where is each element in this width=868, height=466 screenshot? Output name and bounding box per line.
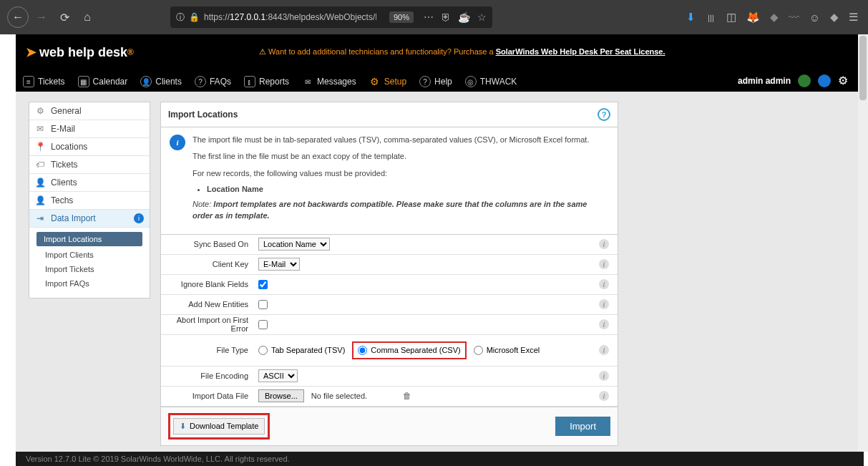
tickets-icon: ≡ (23, 76, 34, 87)
thwack-icon: ◎ (465, 76, 477, 87)
person-icon: 👤 (35, 178, 45, 188)
radio-csv-wrap[interactable]: Comma Separated (CSV) (352, 341, 466, 359)
java-icon: ☕ (458, 11, 470, 23)
nav-faqs[interactable]: ?FAQs (195, 76, 231, 87)
browse-button[interactable]: Browse... (258, 389, 304, 402)
label-addnew: Add New Entities (161, 300, 254, 309)
nav-clients[interactable]: 👤Clients (140, 76, 182, 87)
label-encoding: File Encoding (161, 372, 254, 380)
nav-help[interactable]: ?Help (419, 76, 452, 87)
sidebar-item-techs[interactable]: 👤Techs (29, 192, 150, 210)
nav-calendar[interactable]: ▦Calendar (78, 76, 128, 87)
sub-import-faqs[interactable]: Import FAQs (29, 276, 150, 291)
label-clientkey: Client Key (161, 260, 254, 268)
radio-excel[interactable] (474, 346, 483, 355)
page-scrollbar[interactable] (858, 34, 868, 452)
scrollbar-thumb[interactable] (859, 36, 867, 100)
nav-thwack[interactable]: ◎THWACK (465, 76, 517, 87)
nav-tickets[interactable]: ≡Tickets (23, 76, 65, 87)
sub-import-locations[interactable]: Import Locations (36, 232, 142, 246)
settings-sidebar: ⚙General ✉E-Mail 📍Locations 🏷Tickets 👤Cl… (29, 102, 150, 298)
sidebar-item-data-import[interactable]: ⇥Data Importi (29, 210, 150, 228)
sidebar-item-email[interactable]: ✉E-Mail (29, 120, 150, 138)
radio-tsv[interactable] (258, 346, 268, 355)
row-info-icon[interactable]: i (599, 371, 609, 381)
trash-icon[interactable]: 🗑 (403, 391, 411, 401)
help-icon: ? (419, 76, 431, 87)
radio-excel-wrap[interactable]: Microsoft Excel (474, 346, 540, 355)
checkbox-ignore-blank[interactable] (258, 280, 268, 289)
row-info-icon[interactable]: i (599, 319, 609, 329)
envelope-icon: ✉ (35, 124, 45, 134)
profile-icon[interactable]: 👤 (818, 74, 831, 87)
sidebar-item-general[interactable]: ⚙General (29, 102, 150, 120)
row-info-icon[interactable]: i (599, 299, 609, 309)
row-data-file: Import Data File Browse... No file selec… (161, 387, 618, 407)
label-abort: Abort Import on First Error (161, 316, 254, 333)
radio-tsv-wrap[interactable]: Tab Separated (TSV) (258, 346, 345, 355)
panel-help-icon[interactable]: ? (598, 108, 610, 121)
ticket-icon: 🏷 (35, 160, 45, 170)
extension-icon-1[interactable]: 🦊 (746, 11, 760, 24)
sidebar-item-tickets[interactable]: 🏷Tickets (29, 156, 150, 174)
user-label: admin admin (738, 76, 791, 86)
faqs-icon: ? (195, 76, 206, 87)
nav-setup[interactable]: ⚙Setup (369, 76, 406, 87)
sidebar-item-clients[interactable]: 👤Clients (29, 174, 150, 192)
url-text: https://127.0.0.1:8443/helpdesk/WebObjec… (204, 12, 376, 22)
gear-icon: ⚙ (369, 76, 381, 87)
nav-reports[interactable]: ⫿Reports (244, 76, 289, 87)
import-button[interactable]: Import (555, 417, 610, 436)
row-add-new: Add New Entities i (161, 295, 618, 315)
settings-gear-icon[interactable]: ⚙ (838, 74, 848, 87)
calendar-icon: ▦ (78, 76, 89, 87)
account-icon[interactable]: ☺ (809, 11, 820, 24)
app-logo: ➤ web help desk® (26, 44, 134, 60)
nav-reload-button[interactable]: ⟳ (54, 7, 74, 27)
bookmark-star-icon[interactable]: ☆ (477, 11, 487, 23)
select-sync[interactable]: Location Name (258, 238, 330, 251)
checkbox-abort[interactable] (258, 320, 268, 329)
library-icon[interactable]: ⫼ (706, 11, 716, 24)
downloads-icon[interactable]: ⬇ (686, 11, 696, 24)
row-info-icon[interactable]: i (599, 391, 609, 401)
address-bar[interactable]: ⓘ 🔒 https://127.0.0.1:8443/helpdesk/WebO… (170, 6, 492, 28)
menu-icon[interactable]: ☰ (849, 11, 858, 24)
row-info-icon[interactable]: i (599, 345, 609, 355)
nav-forward-button[interactable]: → (31, 7, 52, 27)
select-clientkey[interactable]: E-Mail (258, 258, 300, 271)
nav-back-button[interactable]: ← (7, 6, 29, 28)
zoom-badge[interactable]: 90% (389, 11, 414, 23)
promo-link[interactable]: SolarWinds Web Help Desk Per Seat Licens… (496, 47, 665, 56)
info-badge-icon[interactable]: i (134, 213, 144, 223)
extension-icon-3[interactable]: 〰 (789, 11, 799, 24)
row-info-icon[interactable]: i (599, 259, 609, 269)
row-info-icon[interactable]: i (599, 239, 609, 249)
nav-messages[interactable]: ✉Messages (302, 76, 356, 87)
checkbox-add-new[interactable] (258, 300, 268, 309)
radio-csv[interactable] (358, 346, 367, 355)
nav-home-button[interactable]: ⌂ (77, 7, 97, 27)
row-ignore-blank: Ignore Blank Fields i (161, 275, 618, 295)
download-template-button[interactable]: ⬇ Download Template (173, 418, 265, 435)
app-header: ➤ web help desk® ⚠ Want to add additiona… (16, 34, 858, 92)
import-panel: Import Locations ? i The import file mus… (160, 102, 618, 446)
row-info-icon[interactable]: i (599, 279, 609, 289)
select-encoding[interactable]: ASCII (258, 369, 298, 382)
lock-warning-icon: 🔒 (189, 12, 200, 22)
user-avatar-icon[interactable] (798, 74, 811, 87)
info-icon: ⓘ (176, 11, 185, 24)
main-layout: ⚙General ✉E-Mail 📍Locations 🏷Tickets 👤Cl… (16, 92, 858, 456)
messages-icon: ✉ (302, 76, 313, 87)
panel-footer: ⬇ Download Template Import (161, 407, 618, 445)
pocket-icon[interactable]: ⛨ (441, 11, 451, 23)
tips-icon[interactable]: ◆ (830, 11, 839, 24)
row-client-key: Client Key E-Maili (161, 255, 618, 275)
sub-import-tickets[interactable]: Import Tickets (29, 262, 150, 276)
browser-right-tools: ⬇ ⫼ ◫ 🦊 ◆ 〰 ☺ ◆ ☰ (686, 11, 862, 24)
sub-import-clients[interactable]: Import Clients (29, 248, 150, 262)
sidebar-item-locations[interactable]: 📍Locations (29, 138, 150, 156)
extension-icon-2[interactable]: ◆ (770, 11, 779, 24)
more-icon[interactable]: ⋯ (424, 11, 434, 23)
sidebar-panel-icon[interactable]: ◫ (726, 11, 736, 24)
